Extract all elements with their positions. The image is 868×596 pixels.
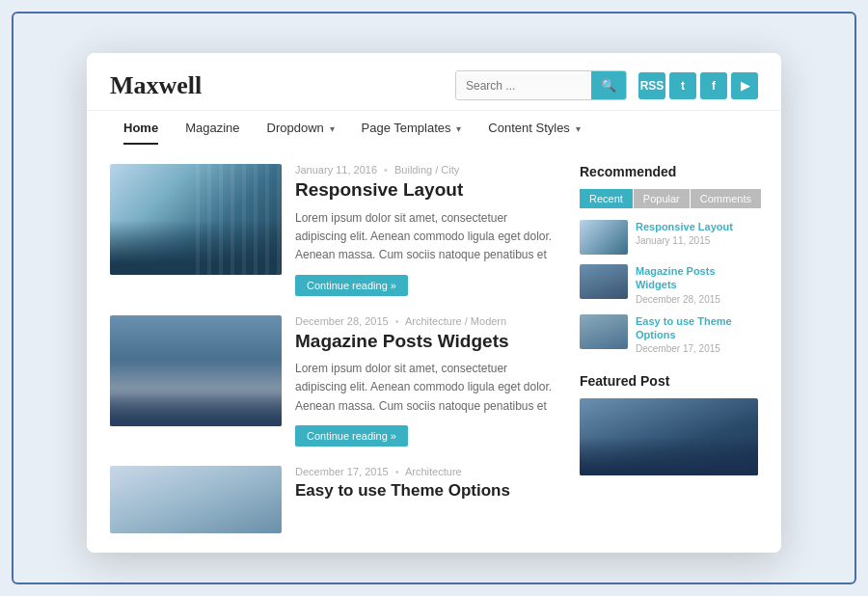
posts-area: January 11, 2016 • Building / City Respo… [110, 164, 580, 533]
rec-thumb-2 [580, 264, 628, 299]
rec-title-2[interactable]: Magazine Posts Widgets [636, 264, 758, 292]
featured-title: Featured Post [580, 373, 758, 389]
sidebar: Recommended Recent Popular Comments Resp… [580, 164, 758, 533]
post-thumbnail-2 [110, 315, 282, 426]
rec-tab-popular[interactable]: Popular [634, 189, 690, 208]
post-title-2: Magazine Posts Widgets [295, 331, 556, 353]
post-card-2: December 28, 2015 • Architecture / Moder… [110, 315, 556, 447]
read-more-button-1[interactable]: Continue reading » [295, 275, 408, 296]
rec-date-1: January 11, 2015 [636, 235, 733, 246]
rec-tab-comments[interactable]: Comments [691, 189, 761, 208]
site-nav: Home Magazine Dropdown ▾ Page Templates … [87, 110, 781, 145]
post-date-2: December 28, 2015 [295, 315, 389, 327]
search-input[interactable] [456, 73, 591, 98]
search-button[interactable]: 🔍 [591, 71, 626, 99]
nav-home[interactable]: Home [110, 111, 172, 145]
rec-info-2: Magazine Posts Widgets December 28, 2015 [636, 264, 758, 305]
post-info-2: December 28, 2015 • Architecture / Moder… [295, 315, 556, 447]
featured-section: Featured Post [580, 373, 758, 475]
rec-thumb-3 [580, 314, 628, 349]
recommended-tabs: Recent Popular Comments [580, 189, 758, 208]
meta-bullet-1: • [384, 164, 388, 176]
rec-info-3: Easy to use Theme Options December 17, 2… [636, 314, 758, 355]
main-content: January 11, 2016 • Building / City Respo… [87, 145, 781, 553]
post-title-1: Responsive Layout [295, 179, 556, 202]
nav-page-templates[interactable]: Page Templates ▾ [348, 111, 475, 145]
post-category-1: Building / City [394, 164, 459, 176]
rec-tab-recent[interactable]: Recent [580, 189, 633, 208]
post-category-2: Architecture / Modern [405, 315, 506, 327]
rec-item-3: Easy to use Theme Options December 17, 2… [580, 314, 758, 355]
post-date-3: December 17, 2015 [295, 466, 389, 477]
post-excerpt-1: Lorem ipsum dolor sit amet, consectetuer… [295, 209, 556, 265]
rec-info-1: Responsive Layout January 11, 2015 [636, 220, 733, 246]
rec-title-1[interactable]: Responsive Layout [636, 220, 733, 233]
rec-date-3: December 17, 2015 [636, 343, 758, 354]
recommended-title: Recommended [580, 164, 758, 179]
header-right: 🔍 RSS t f ▶ [455, 70, 758, 100]
twitter-button[interactable]: t [669, 72, 696, 99]
rss-button[interactable]: RSS [638, 72, 665, 99]
featured-thumbnail [580, 398, 758, 475]
site-logo: Maxwell [110, 71, 202, 100]
post-card: January 11, 2016 • Building / City Respo… [110, 164, 556, 295]
rec-item-2: Magazine Posts Widgets December 28, 2015 [580, 264, 758, 305]
post-card-3: December 17, 2015 • Architecture Easy to… [110, 466, 556, 533]
post-meta-2: December 28, 2015 • Architecture / Moder… [295, 315, 556, 327]
rec-date-2: December 28, 2015 [636, 294, 758, 305]
post-excerpt-2: Lorem ipsum dolor sit amet, consectetuer… [295, 360, 556, 416]
recommended-section: Recommended Recent Popular Comments Resp… [580, 164, 758, 354]
social-icons: RSS t f ▶ [638, 72, 758, 99]
post-thumbnail-1 [110, 164, 282, 275]
search-box: 🔍 [455, 70, 627, 100]
site-header: Maxwell 🔍 RSS t f ▶ [87, 53, 781, 110]
read-more-button-2[interactable]: Continue reading » [295, 425, 408, 447]
rec-thumb-1 [580, 220, 628, 255]
rec-item-1: Responsive Layout January 11, 2015 [580, 220, 758, 255]
post-info-3: December 17, 2015 • Architecture Easy to… [295, 466, 556, 508]
post-title-3: Easy to use Theme Options [295, 481, 556, 501]
meta-bullet-2: • [395, 315, 399, 327]
browser-card: Maxwell 🔍 RSS t f ▶ Home Magazine Dropdo… [87, 53, 781, 553]
post-meta-1: January 11, 2016 • Building / City [295, 164, 556, 176]
post-category-3: Architecture [405, 466, 462, 477]
nav-magazine[interactable]: Magazine [172, 111, 253, 145]
nav-content-styles[interactable]: Content Styles ▾ [475, 111, 593, 145]
page-templates-arrow: ▾ [454, 123, 462, 134]
nav-dropdown[interactable]: Dropdown ▾ [254, 111, 348, 145]
post-thumbnail-3 [110, 466, 282, 533]
rec-title-3[interactable]: Easy to use Theme Options [636, 314, 758, 342]
meta-bullet-3: • [395, 466, 399, 477]
youtube-button[interactable]: ▶ [731, 72, 758, 99]
post-date-1: January 11, 2016 [295, 164, 377, 176]
post-meta-3: December 17, 2015 • Architecture [295, 466, 556, 477]
facebook-button[interactable]: f [700, 72, 727, 99]
post-info-1: January 11, 2016 • Building / City Respo… [295, 164, 556, 295]
content-styles-arrow: ▾ [573, 123, 581, 134]
dropdown-arrow: ▾ [327, 123, 335, 134]
